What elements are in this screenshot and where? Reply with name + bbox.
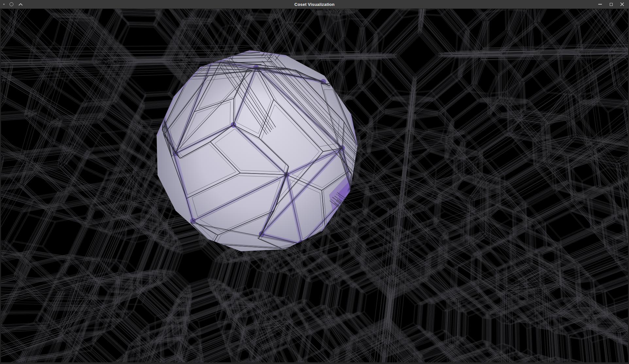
maximize-button[interactable] — [607, 1, 615, 8]
chevron-up-icon[interactable] — [18, 3, 23, 6]
close-button[interactable] — [618, 1, 626, 8]
dot-icon[interactable] — [3, 4, 5, 5]
app-window: Coset Visualization — [0, 0, 629, 364]
circle-icon[interactable] — [9, 2, 13, 6]
minimize-icon — [598, 4, 602, 5]
3d-viewport[interactable] — [1, 9, 628, 362]
viewport-frame — [0, 9, 629, 364]
minimize-button[interactable] — [596, 1, 604, 8]
window-controls — [596, 1, 626, 8]
maximize-icon — [610, 3, 613, 6]
window-title: Coset Visualization — [0, 2, 629, 7]
titlebar[interactable]: Coset Visualization — [0, 0, 629, 9]
close-icon — [620, 2, 624, 6]
titlebar-left-controls — [3, 2, 23, 6]
